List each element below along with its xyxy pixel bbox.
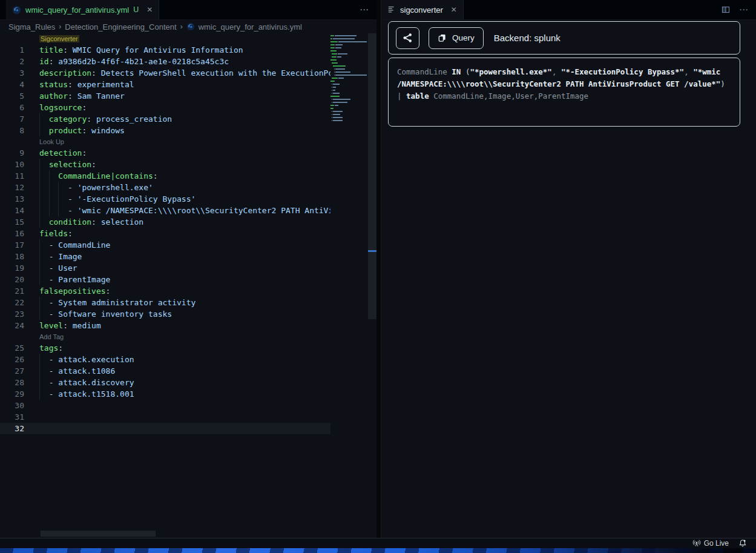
breadcrumb-item-folder[interactable]: Sigma_Rules <box>8 22 55 31</box>
indent-guide <box>39 308 40 320</box>
code-text: - Image <box>39 251 376 262</box>
line-number[interactable]: 29 <box>0 388 24 400</box>
line-number[interactable]: 1 <box>0 44 24 56</box>
line-number[interactable]: 5 <box>0 90 24 102</box>
line-number[interactable]: 12 <box>0 182 24 193</box>
code-text: fields: <box>39 228 376 239</box>
code-line[interactable]: 2id: a9386d2b-4f6f-4b21-ae1e-0218c5a45c3… <box>0 56 376 67</box>
code-line[interactable]: 6logsource: <box>0 102 376 113</box>
line-number[interactable]: 28 <box>0 377 24 388</box>
code-line[interactable]: 24level: medium <box>0 320 376 331</box>
code-line[interactable]: 22 - System administrator activity <box>0 297 376 308</box>
code-line[interactable]: 1title: WMIC Query for Antivirus Informa… <box>0 44 376 56</box>
line-number[interactable]: 31 <box>0 411 24 423</box>
code-line[interactable]: 7 category: process_creation <box>0 113 376 125</box>
converted-query-output[interactable]: CommandLine IN ("*powershell.exe*", "*-E… <box>388 58 740 127</box>
more-actions-icon[interactable]: ⋯ <box>739 4 749 15</box>
horizontal-scrollbar[interactable] <box>41 531 156 537</box>
breadcrumb-item-subfolder[interactable]: Detection_Engineering_Content <box>65 22 176 31</box>
line-number[interactable]: 24 <box>0 320 24 331</box>
code-line[interactable]: 16fields: <box>0 228 376 239</box>
line-number[interactable]: 7 <box>0 113 24 125</box>
tab-close-icon[interactable]: ✕ <box>451 5 457 14</box>
code-line[interactable]: 5author: Sam Tanner <box>0 90 376 102</box>
code-line[interactable]: 28 - attack.discovery <box>0 377 376 388</box>
line-number[interactable]: 21 <box>0 285 24 297</box>
copy-query-label: Query <box>452 33 475 42</box>
tab-close-icon[interactable]: ✕ <box>146 5 153 14</box>
codelens-link[interactable]: Add Tag <box>39 333 64 340</box>
line-number[interactable]: 23 <box>0 308 24 320</box>
line-number[interactable]: 13 <box>0 193 24 205</box>
line-number[interactable]: 14 <box>0 205 24 216</box>
code-line[interactable]: 29 - attack.t1518.001 <box>0 388 376 400</box>
line-number[interactable]: 4 <box>0 79 24 90</box>
minimap-line <box>330 126 368 127</box>
code-line[interactable]: 25tags: <box>0 342 376 354</box>
line-number[interactable]: 27 <box>0 365 24 377</box>
code-line[interactable]: 20 - ParentImage <box>0 274 376 285</box>
code-line[interactable]: 32 <box>0 423 376 434</box>
code-line[interactable]: 3description: Detects PowerShell executi… <box>0 67 376 79</box>
line-number[interactable]: 20 <box>0 274 24 285</box>
line-number[interactable]: 25 <box>0 342 24 354</box>
line-number[interactable]: 19 <box>0 262 24 274</box>
codelens-link[interactable]: Sigconverter <box>39 35 79 42</box>
split-editor-icon[interactable] <box>721 5 731 15</box>
code-editor[interactable]: Sigconverter1title: WMIC Query for Antiv… <box>0 33 376 538</box>
code-line[interactable]: 18 - Image <box>0 251 376 262</box>
line-number[interactable]: 32 <box>0 423 24 434</box>
code-line[interactable]: 31 <box>0 411 376 423</box>
code-line[interactable]: 17 - CommandLine <box>0 239 376 251</box>
line-number[interactable]: 17 <box>0 239 24 251</box>
go-live-button[interactable]: Go Live <box>689 539 732 548</box>
tab-sigconverter[interactable]: sigconverter ✕ <box>381 0 464 19</box>
code-line[interactable]: 8 product: windows <box>0 125 376 136</box>
code-line[interactable]: 12 - 'powershell.exe' <box>0 182 376 193</box>
codelens-link[interactable]: Look Up <box>39 138 64 145</box>
line-number[interactable]: 2 <box>0 56 24 67</box>
line-number[interactable]: 22 <box>0 297 24 308</box>
right-tab-bar: sigconverter ✕ ⋯ <box>381 0 756 20</box>
copy-query-button[interactable]: Query <box>429 27 484 49</box>
vertical-scrollbar[interactable] <box>368 33 376 538</box>
line-number[interactable]: 16 <box>0 228 24 239</box>
line-number[interactable]: 26 <box>0 354 24 365</box>
line-number[interactable]: 30 <box>0 400 24 411</box>
editor-group-right: sigconverter ✕ ⋯ <box>381 0 756 538</box>
line-number[interactable]: 18 <box>0 251 24 262</box>
code-line[interactable]: 30 <box>0 400 376 411</box>
line-number[interactable]: 9 <box>0 147 24 159</box>
code-line[interactable]: 11 CommandLine|contains: <box>0 170 376 182</box>
minimap[interactable] <box>330 33 368 538</box>
code-line[interactable]: 21falsepositives: <box>0 285 376 297</box>
tab-yaml-file[interactable]: wmic_query_for_antivirus.yml U ✕ <box>6 0 159 19</box>
code-line[interactable]: 4status: experimental <box>0 79 376 90</box>
line-number[interactable]: 15 <box>0 216 24 228</box>
code-line[interactable]: 9detection: <box>0 147 376 159</box>
line-number[interactable]: 8 <box>0 125 24 136</box>
code-line[interactable]: 10 selection: <box>0 159 376 170</box>
more-actions-icon[interactable]: ⋯ <box>360 4 369 15</box>
line-number[interactable]: 11 <box>0 170 24 182</box>
code-line[interactable]: 19 - User <box>0 262 376 274</box>
code-line[interactable]: 26 - attack.execution <box>0 354 376 365</box>
breadcrumb-item-file[interactable]: wmic_query_for_antivirus.yml <box>199 22 302 31</box>
left-tab-bar: wmic_query_for_antivirus.yml U ✕ ⋯ <box>0 0 376 20</box>
line-number[interactable]: 10 <box>0 159 24 170</box>
code-line[interactable]: 23 - Software inventory tasks <box>0 308 376 320</box>
code-text: condition: selection <box>39 216 376 228</box>
code-line[interactable]: 13 - '-ExecutionPolicy Bypass' <box>0 193 376 205</box>
indent-guide <box>39 182 40 193</box>
editor-group-sash[interactable] <box>376 0 381 538</box>
bell-icon <box>738 539 747 548</box>
scrollbar-slider[interactable] <box>368 33 376 319</box>
line-number[interactable]: 6 <box>0 102 24 113</box>
code-line[interactable]: 15 condition: selection <box>0 216 376 228</box>
code-line[interactable]: 14 - 'wmic /NAMESPACE:\\\\root\\Security… <box>0 205 376 216</box>
notifications-button[interactable] <box>735 539 750 548</box>
code-line[interactable]: 27 - attack.t1086 <box>0 365 376 377</box>
indent-guide <box>39 170 40 182</box>
line-number[interactable]: 3 <box>0 67 24 79</box>
share-button[interactable] <box>396 27 419 49</box>
